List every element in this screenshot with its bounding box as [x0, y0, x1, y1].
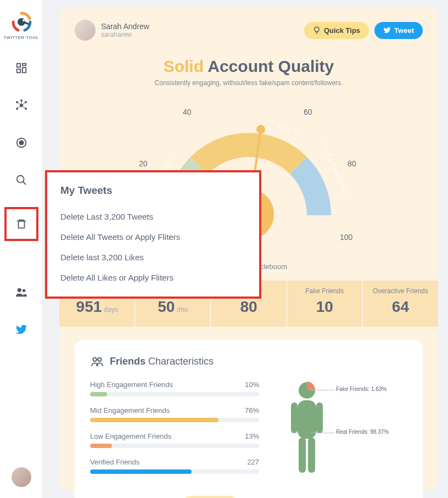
nav-trash-icon[interactable] [12, 245, 31, 264]
my-tweets-flyout: My Tweets Delete Last 3,200 Tweets Delet… [45, 170, 261, 299]
nav-twitter-icon[interactable] [12, 320, 31, 339]
svg-rect-4 [22, 68, 25, 72]
nav-trash-highlight[interactable] [4, 207, 38, 241]
flyout-delete-last-tweets[interactable]: Delete Last 3,200 Tweets [60, 206, 246, 227]
svg-point-19 [16, 176, 24, 183]
nav-dashboard-icon[interactable] [12, 59, 31, 77]
svg-point-24 [17, 288, 21, 292]
tick-20: 20 [139, 159, 148, 168]
nav-network-icon[interactable] [12, 96, 31, 115]
stat-fake-friends: Fake Friends 10 [287, 281, 363, 327]
topbar: Sarah Andrew saraharew Quick Tips Tweet [75, 20, 423, 41]
quality-subtitle: Consistently engaging, without/less fake… [75, 79, 423, 87]
quality-title: Solid Account Quality [75, 57, 423, 76]
person-icon [287, 381, 327, 478]
bar-low-engagement: Low Engagement Friends13% [90, 432, 259, 448]
svg-point-1 [23, 19, 25, 21]
tick-80: 80 [348, 159, 356, 168]
svg-line-12 [17, 102, 21, 105]
sidebar-nav [12, 59, 31, 339]
quick-tips-button[interactable]: Quick Tips [304, 22, 369, 39]
svg-rect-34 [308, 438, 315, 473]
svg-rect-2 [16, 64, 20, 67]
user-box[interactable]: Sarah Andrew saraharew [75, 20, 149, 41]
sidebar: TWITTER TOOL [0, 0, 43, 498]
stat-overactive-friends: Overactive Friends 64 [363, 281, 438, 327]
svg-rect-32 [316, 402, 323, 433]
callout-real: Real Friends: 98.37% [336, 429, 389, 435]
friends-followers-toggle: Friends Followers [90, 496, 407, 498]
friends-icon [90, 354, 104, 368]
tick-100: 100 [340, 233, 352, 242]
brand-logo-icon [10, 11, 32, 33]
engagement-bars: High Engagement Friends10% Mid Engagemen… [90, 381, 259, 484]
twitter-icon [383, 26, 391, 34]
flyout-delete-all-tweets[interactable]: Delete All Tweets or Apply Fliters [60, 227, 246, 247]
bar-mid-engagement: Mid Engagement Friends76% [90, 406, 259, 422]
friends-ratio-figure: Fake Friends: 1.63% Real Friends: 98.37% [276, 381, 407, 484]
user-name: Sarah Andrew [101, 22, 149, 31]
callout-fake: Fake Friends: 1.63% [336, 386, 387, 392]
svg-rect-31 [291, 402, 298, 433]
svg-rect-26 [19, 221, 25, 228]
sidebar-avatar[interactable] [12, 467, 31, 487]
bar-high-engagement: High Engagement Friends10% [90, 381, 259, 396]
svg-rect-5 [16, 69, 20, 72]
brand: TWITTER TOOL [3, 11, 39, 40]
flyout-delete-last-likes[interactable]: Delete last 3,200 Likes [60, 247, 246, 267]
svg-rect-33 [299, 438, 306, 473]
tick-60: 60 [304, 108, 312, 116]
user-avatar [75, 20, 96, 41]
nav-target-icon[interactable] [12, 133, 31, 152]
flyout-title: My Tweets [60, 184, 246, 197]
nav-search-icon[interactable] [12, 171, 31, 189]
svg-point-18 [19, 141, 23, 144]
nav-users-icon[interactable] [12, 283, 31, 301]
svg-line-13 [21, 102, 26, 105]
brand-label: TWITTER TOOL [3, 35, 39, 40]
svg-line-20 [23, 182, 26, 185]
tweet-button[interactable]: Tweet [374, 22, 423, 39]
flyout-delete-all-likes[interactable]: Delete All Likes or Apply Fliters [60, 267, 246, 288]
svg-line-14 [17, 105, 21, 109]
svg-point-27 [93, 358, 97, 362]
toggle-friends[interactable]: Friends [181, 496, 239, 498]
toggle-followers[interactable]: Followers [249, 496, 316, 498]
tick-40: 40 [183, 108, 192, 116]
user-handle: saraharew [101, 31, 149, 38]
lightbulb-icon [313, 26, 321, 34]
char-title: Friends Characteristics [90, 354, 407, 368]
svg-point-28 [98, 358, 102, 362]
bar-verified: Verified Friends227 [90, 458, 259, 474]
characteristics-card: Friends Characteristics High Engagement … [75, 340, 423, 498]
svg-rect-3 [22, 64, 25, 66]
svg-point-25 [22, 289, 25, 293]
svg-line-15 [21, 105, 26, 109]
